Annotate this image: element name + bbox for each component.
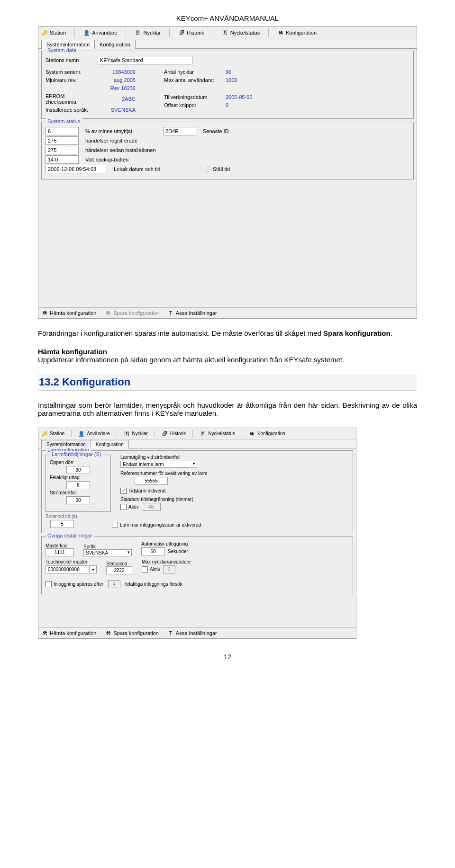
doc-title: KEYcom+ ANVÄNDARMANUAL bbox=[38, 14, 417, 22]
inlogg-sparras-checkbox[interactable]: Inloggning spärras efter bbox=[46, 581, 103, 587]
separator bbox=[192, 430, 193, 437]
masterkod-input[interactable]: 1111 bbox=[46, 548, 74, 556]
tt-icon: T bbox=[167, 630, 174, 636]
clock-icon: 🕓 bbox=[204, 166, 211, 172]
installerade-label: Installerade språk: bbox=[46, 107, 98, 113]
tab-history[interactable]: 🗊Historik bbox=[162, 430, 186, 437]
person-icon: 👤 bbox=[83, 29, 90, 36]
std-tid-label: Standard tidsbegränsning (timmar) bbox=[120, 497, 349, 502]
subtab-config[interactable]: Konfiguration bbox=[94, 40, 136, 49]
tab-users-label: Användare bbox=[92, 30, 117, 36]
felaktigt-label: Felaktigt uttag bbox=[50, 475, 107, 480]
tab-keys[interactable]: ⚿Nycklar bbox=[124, 430, 148, 437]
offset-value: 0 bbox=[226, 102, 259, 108]
hamta-konfig-heading: Hämta konfiguration bbox=[38, 348, 107, 356]
larmford-legend: Larmfördröjningar (S) bbox=[50, 451, 103, 457]
oppen-label: Öppen dörr bbox=[50, 460, 107, 465]
tab-config[interactable]: 🛠Konfiguration bbox=[277, 29, 317, 36]
sprak-label: Språk bbox=[83, 544, 132, 549]
serienr-value: 16843009 bbox=[102, 69, 136, 75]
felaktigt-input[interactable]: 8 bbox=[66, 481, 90, 489]
larmutgang-select[interactable]: Endast interna larm bbox=[120, 461, 197, 468]
hamta-label: Hämta konfiguration bbox=[50, 310, 96, 316]
mjukvaru-value2: Rev 18236 bbox=[102, 85, 136, 91]
wrench-icon: 🛠 bbox=[105, 630, 111, 636]
strombortfall-input[interactable]: 60 bbox=[66, 496, 90, 504]
handelser-inst-input[interactable]: 275 bbox=[46, 146, 79, 154]
max-nyck-input: 3 bbox=[163, 565, 175, 573]
touch-picker-button[interactable]: ▾ bbox=[89, 565, 97, 573]
separator bbox=[169, 28, 170, 37]
larm-inlogg-checkbox[interactable]: Larm när inloggningsspärr är aktiverad bbox=[112, 522, 201, 528]
touch-label: Touchnyckel master bbox=[46, 559, 97, 564]
tab-config-label: Konfiguration bbox=[286, 30, 317, 36]
separator bbox=[213, 28, 213, 37]
separator bbox=[268, 28, 269, 37]
assa-button[interactable]: TAssa Inställningar bbox=[167, 630, 217, 636]
key2-icon: ⚿ bbox=[135, 29, 141, 36]
tab-station[interactable]: 🔑Station bbox=[41, 29, 66, 36]
window-systeminfo: 🔑Station 👤Användare ⚿Nycklar 🗊Historik ⚿… bbox=[38, 26, 417, 319]
stations-namn-input[interactable]: KEYsafe Standard bbox=[98, 56, 192, 64]
separator bbox=[74, 28, 75, 37]
tillverk-value: 2005-05-05 bbox=[226, 94, 259, 100]
tidslarm-checkbox[interactable]: ✓Tidslarm aktiverat bbox=[120, 488, 166, 494]
tab-keys[interactable]: ⚿Nycklar bbox=[135, 29, 161, 36]
statuskod-input[interactable]: 2222 bbox=[106, 566, 132, 574]
antal-nycklar-value: 96 bbox=[226, 69, 259, 75]
tab-users[interactable]: 👤Användare bbox=[83, 29, 117, 36]
eprom-value: 2ABC bbox=[102, 96, 136, 102]
serienr-label: System serienr. bbox=[46, 69, 98, 75]
assa-button[interactable]: TAssa Inställningar bbox=[167, 310, 217, 316]
offset-label: Offset knippor bbox=[164, 102, 221, 108]
tab-history-label: Historik bbox=[170, 431, 186, 436]
aktiv-checkbox[interactable]: Aktiv bbox=[120, 504, 139, 510]
doc-icon: 🗊 bbox=[162, 430, 168, 437]
touch-input[interactable]: 000000000000 bbox=[46, 565, 88, 573]
eprom-label: EPROM checksumma: bbox=[46, 93, 98, 105]
hamta-konfig-button[interactable]: 🛠Hämta konfiguration bbox=[41, 310, 96, 316]
spara-konfig-button: 🛠Spara konfiguration bbox=[105, 310, 158, 316]
spara-konfig-button[interactable]: 🛠Spara konfiguration bbox=[105, 630, 158, 636]
minne-label: % av minne utnyttjat bbox=[85, 128, 156, 134]
main-toolbar: 🔑Station 👤Användare ⚿Nycklar 🗊Historik ⚿… bbox=[38, 27, 417, 39]
tab-users-label: Användare bbox=[87, 431, 109, 436]
tab-keystatus[interactable]: ⚿Nyckelstatus bbox=[200, 430, 235, 437]
key2-icon: ⚿ bbox=[124, 430, 130, 437]
antal-nycklar-label: Antal nycklar bbox=[164, 69, 221, 75]
tab-history[interactable]: 🗊Historik bbox=[178, 29, 204, 36]
sprak-select[interactable]: SVENSKA bbox=[83, 549, 132, 556]
auto-label: Automatisk utloggning bbox=[141, 541, 188, 546]
masterkod-label: Masterkod bbox=[46, 543, 74, 548]
keystat-icon: ⚿ bbox=[200, 430, 206, 437]
solenoid-input[interactable]: 5 bbox=[50, 520, 74, 528]
tab-keystatus[interactable]: ⚿Nyckelstatus bbox=[222, 29, 260, 36]
tab-config-label: Konfiguration bbox=[257, 431, 285, 436]
datum-label: Lokalt datum och tid bbox=[114, 166, 194, 172]
p1a: Förändringar i konfigurationen sparas in… bbox=[38, 329, 323, 337]
subtab-config[interactable]: Konfiguration bbox=[91, 440, 129, 448]
tab-users[interactable]: 👤Användare bbox=[78, 430, 109, 437]
stall-tid-button[interactable]: 🕓Ställ tid bbox=[201, 165, 233, 173]
datum-input[interactable]: 2006-12-06 09:54:03 bbox=[46, 165, 107, 173]
p3: Inställningar som berör larmtider, menys… bbox=[38, 401, 417, 417]
oppen-input[interactable]: 60 bbox=[66, 466, 90, 474]
hamta-konfig-button[interactable]: 🛠Hämta konfiguration bbox=[41, 630, 96, 636]
wrench-icon: 🛠 bbox=[105, 310, 111, 316]
tab-config[interactable]: 🛠Konfiguration bbox=[249, 430, 285, 437]
refnr-input[interactable]: 55555 bbox=[135, 477, 168, 485]
tt-icon: T bbox=[167, 310, 174, 316]
tab-station[interactable]: 🔑Station bbox=[41, 430, 64, 437]
separator bbox=[117, 430, 117, 437]
volt-input[interactable]: 14.0 bbox=[46, 155, 79, 164]
assa-label: Assa Inställningar bbox=[176, 310, 217, 316]
tab-history-label: Historik bbox=[187, 30, 204, 36]
stall-tid-label: Ställ tid bbox=[213, 166, 230, 172]
senaste-input[interactable]: 2D4E bbox=[163, 127, 196, 135]
minne-input[interactable]: 6 bbox=[46, 127, 79, 135]
sekunder-label: Sekunder bbox=[168, 549, 188, 554]
handelser-reg-input[interactable]: 275 bbox=[46, 136, 79, 145]
auto-input[interactable]: 60 bbox=[141, 547, 165, 555]
strombortfall-label: Strömbortfall bbox=[50, 490, 107, 495]
max-nyck-aktiv-checkbox[interactable]: Aktiv bbox=[142, 566, 160, 573]
